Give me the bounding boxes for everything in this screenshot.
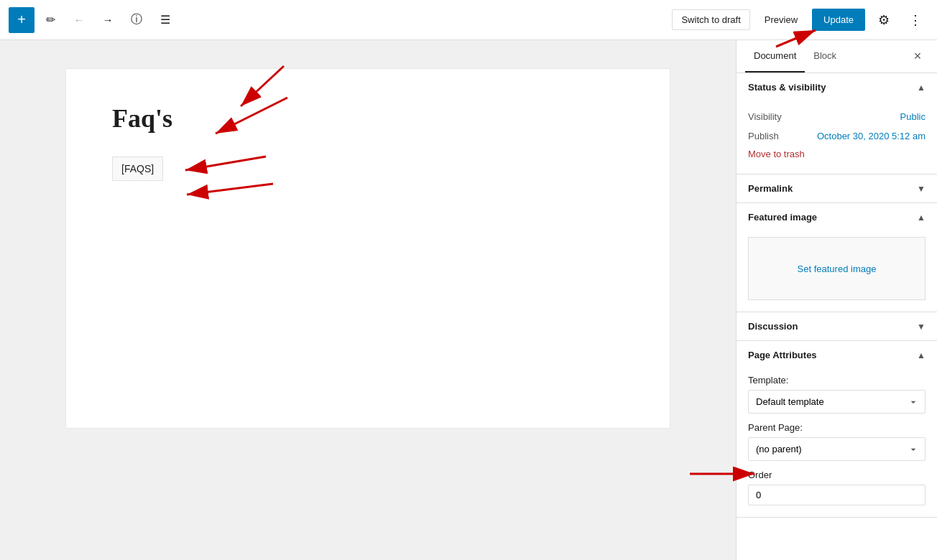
- visibility-row: Visibility Public: [748, 107, 926, 126]
- post-title[interactable]: Faq's: [112, 103, 624, 134]
- tab-document[interactable]: Document: [745, 40, 805, 73]
- permalink-header[interactable]: Permalink ▼: [737, 174, 937, 202]
- set-featured-image-label[interactable]: Set featured image: [798, 263, 877, 274]
- page-attributes-section: Page Attributes ▲ Template: Default temp…: [737, 341, 937, 518]
- featured-image-title: Featured image: [748, 212, 817, 223]
- toolbar: + ✏ ← → ⓘ ☰ Switch to draft Preview Upda…: [0, 0, 937, 40]
- update-button[interactable]: Update: [812, 9, 865, 31]
- status-visibility-body: Visibility Public Publish October 30, 20…: [737, 101, 937, 174]
- page-attributes-chevron: ▲: [917, 350, 926, 360]
- toolbar-left: + ✏ ← → ⓘ ☰: [9, 7, 672, 33]
- redo-button[interactable]: →: [95, 7, 121, 33]
- discussion-header[interactable]: Discussion ▼: [737, 312, 937, 340]
- list-view-button[interactable]: ☰: [152, 7, 178, 33]
- permalink-title: Permalink: [748, 183, 793, 194]
- permalink-chevron: ▼: [917, 184, 926, 194]
- page-attributes-body: Template: Default template Full Width No…: [737, 369, 937, 517]
- toolbar-right: Switch to draft Preview Update ⚙ ⋮: [672, 7, 928, 33]
- discussion-section: Discussion ▼: [737, 312, 937, 341]
- publish-label: Publish: [748, 131, 779, 141]
- page-attributes-header[interactable]: Page Attributes ▲: [737, 341, 937, 369]
- preview-button[interactable]: Preview: [756, 10, 806, 29]
- discussion-chevron: ▼: [917, 322, 926, 332]
- undo-button[interactable]: ←: [66, 7, 92, 33]
- publish-value[interactable]: October 30, 2020 5:12 am: [817, 131, 926, 141]
- editor-content: Faq's [FAQS]: [66, 69, 670, 428]
- move-to-trash-button[interactable]: Move to trash: [748, 146, 805, 162]
- shortcode-block[interactable]: [FAQS]: [112, 157, 163, 181]
- add-block-button[interactable]: +: [9, 7, 34, 33]
- status-visibility-section: Status & visibility ▲ Visibility Public …: [737, 73, 937, 174]
- visibility-value[interactable]: Public: [900, 111, 926, 122]
- status-visibility-header[interactable]: Status & visibility ▲: [737, 73, 937, 101]
- tab-block[interactable]: Block: [805, 40, 845, 73]
- template-select[interactable]: Default template Full Width No Sidebar: [748, 390, 926, 414]
- sidebar-tabs: Document Block ×: [737, 40, 937, 73]
- visibility-label: Visibility: [748, 111, 782, 122]
- more-options-button[interactable]: ⋮: [903, 7, 928, 33]
- permalink-section: Permalink ▼: [737, 174, 937, 203]
- close-sidebar-button[interactable]: ×: [907, 46, 928, 67]
- switch-to-draft-button[interactable]: Switch to draft: [672, 9, 749, 30]
- featured-image-section: Featured image ▲ Set featured image: [737, 203, 937, 312]
- sidebar: Document Block × Status & visibility ▲ V…: [736, 40, 937, 560]
- publish-row: Publish October 30, 2020 5:12 am: [748, 126, 926, 146]
- set-featured-image-box[interactable]: Set featured image: [748, 237, 926, 300]
- featured-image-header[interactable]: Featured image ▲: [737, 203, 937, 231]
- settings-button[interactable]: ⚙: [871, 7, 897, 33]
- status-visibility-chevron: ▲: [917, 83, 926, 93]
- status-visibility-title: Status & visibility: [748, 82, 826, 93]
- parent-page-label: Parent Page:: [748, 422, 926, 433]
- template-label: Template:: [748, 375, 926, 386]
- edit-mode-button[interactable]: ✏: [37, 7, 63, 33]
- discussion-title: Discussion: [748, 321, 798, 332]
- order-label: Order: [748, 470, 926, 480]
- parent-page-select[interactable]: (no parent): [748, 437, 926, 461]
- order-input[interactable]: [748, 485, 926, 505]
- main-layout: Faq's [FAQS] Document Block: [0, 40, 937, 560]
- featured-image-chevron: ▲: [917, 213, 926, 223]
- featured-image-body: Set featured image: [737, 231, 937, 312]
- info-button[interactable]: ⓘ: [124, 7, 149, 33]
- editor-area: Faq's [FAQS]: [0, 40, 736, 560]
- page-attributes-title: Page Attributes: [748, 350, 817, 360]
